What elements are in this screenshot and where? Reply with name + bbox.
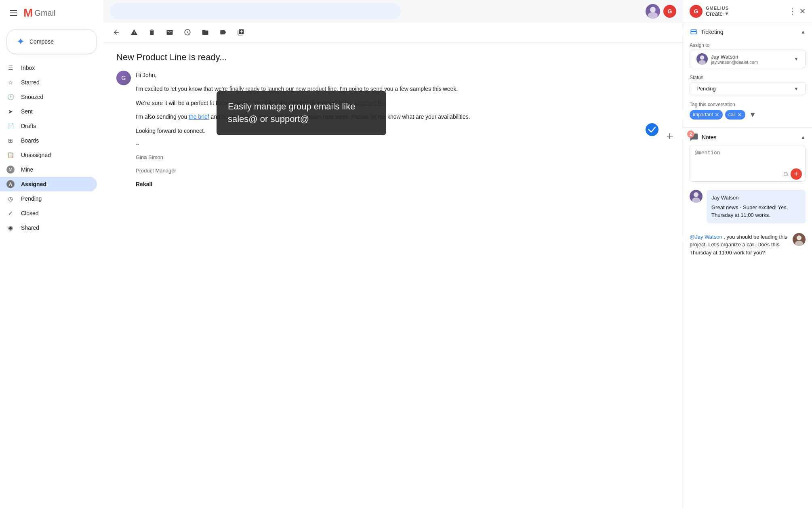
chevron-down-icon: ▼ (724, 11, 729, 17)
tag-call[interactable]: call ✕ (725, 110, 745, 120)
send-icon: ➤ (6, 107, 15, 115)
note-input[interactable] (690, 145, 805, 166)
sidebar-item-label: Assigned (21, 181, 90, 187)
sidebar-item-label: Closed (21, 210, 90, 216)
sidebar-item-assigned[interactable]: A Assigned (0, 177, 97, 191)
compose-button[interactable]: ✦ Compose (6, 29, 97, 54)
note-reply-text: @Jay Watson , you should be leading this… (690, 233, 789, 257)
gmelius-brand-text: GMELIUS (706, 6, 729, 10)
mark-read-button[interactable] (163, 26, 176, 39)
assignee-dropdown-arrow: ▼ (794, 56, 799, 62)
sidebar-item-boards[interactable]: ⊞ Boards (0, 133, 97, 148)
main-content: G New Product Line is ready... (103, 0, 683, 508)
svg-point-7 (797, 235, 801, 240)
sidebar-item-drafts[interactable]: 📄 Drafts (0, 119, 97, 133)
svg-point-3 (700, 55, 705, 60)
gmelius-brand-area: G GMELIUS Create ▼ (690, 5, 729, 18)
shared-icon: ◉ (6, 224, 15, 232)
sidebar-item-shared[interactable]: ◉ Shared (0, 220, 97, 235)
add-content-button[interactable] (665, 131, 675, 142)
sidebar-item-label: Starred (21, 79, 90, 86)
closed-icon: ✓ (6, 209, 15, 217)
sidebar-item-sent[interactable]: ➤ Sent (0, 104, 97, 119)
compose-plus-icon: ✦ (17, 36, 25, 47)
ticketing-section-header: Ticketing ▲ (683, 23, 812, 39)
search-bar[interactable] (110, 3, 401, 19)
email-greeting: Hi John, (136, 71, 470, 80)
close-sidebar-icon[interactable]: ✕ (799, 7, 806, 16)
gmail-text: Gmail (34, 8, 55, 18)
svg-point-8 (795, 241, 803, 246)
svg-point-4 (698, 60, 706, 65)
tag-important[interactable]: important ✕ (690, 110, 723, 120)
gmelius-header: G GMELIUS Create ▼ ⋮ ✕ (683, 0, 812, 23)
note-reply-area: @Jay Watson , you should be leading this… (683, 230, 812, 260)
sidebar-item-unassigned[interactable]: 📋 Unassigned (0, 148, 97, 162)
email-sender-name: Gina Simon (136, 153, 470, 162)
label-button[interactable] (217, 26, 229, 39)
notes-section: 2 Notes ▲ ☺ + Jay Watson Great news - Su… (683, 128, 812, 508)
note-input-footer: ☺ + (690, 167, 805, 181)
status-label: Status (683, 71, 812, 82)
sidebar-item-closed[interactable]: ✓ Closed (0, 206, 97, 220)
checkmark-badge (646, 123, 658, 137)
compose-label: Compose (29, 38, 54, 45)
sidebar-item-mine[interactable]: M Mine (0, 162, 97, 177)
gmelius-sidebar: G GMELIUS Create ▼ ⋮ ✕ Ticketing ▲ (683, 0, 812, 508)
email-sign-off: -- (136, 140, 470, 149)
remove-call-tag-button[interactable]: ✕ (737, 111, 742, 118)
sidebar-item-starred[interactable]: ☆ Starred (0, 75, 97, 90)
emoji-button[interactable]: ☺ (783, 170, 789, 178)
more-options-icon[interactable]: ⋮ (789, 7, 796, 16)
search-input[interactable] (116, 8, 394, 15)
ticketing-collapse-icon[interactable]: ▲ (801, 29, 806, 35)
delete-button[interactable] (145, 26, 158, 39)
top-bar: G (103, 0, 683, 23)
sender-avatar: G (116, 71, 131, 85)
assign-to-dropdown[interactable]: Jay Watson jay.watson@dealet.com ▼ (690, 50, 806, 68)
snooze-button[interactable] (181, 26, 194, 39)
status-dropdown[interactable]: Pending ▼ (690, 82, 806, 95)
ticketing-section: Ticketing ▲ Assign to Jay Watson jay.wat… (683, 23, 812, 128)
more-button[interactable] (234, 26, 247, 39)
sidebar-item-inbox[interactable]: ☰ Inbox (0, 61, 97, 75)
star-icon: ☆ (6, 78, 15, 86)
gmelius-create-button[interactable]: Create ▼ (706, 10, 729, 17)
email-subject: New Product Line is ready... (116, 52, 670, 63)
svg-point-6 (692, 197, 700, 203)
remove-important-tag-button[interactable]: ✕ (715, 111, 719, 118)
add-note-button[interactable]: + (791, 168, 802, 180)
pending-icon: ◷ (6, 195, 15, 203)
report-button[interactable] (128, 26, 141, 39)
assign-to-label: Assign to (683, 39, 812, 50)
notes-collapse-icon[interactable]: ▲ (801, 134, 806, 140)
mine-icon: M (6, 166, 15, 174)
email-sender-row: G Hi John, I'm excited to let you know t… (116, 71, 670, 194)
back-button[interactable] (110, 26, 123, 39)
assignee-avatar (696, 53, 708, 65)
email-sender-company: Rekall (136, 180, 470, 189)
move-button[interactable] (199, 26, 212, 39)
svg-point-1 (648, 12, 658, 19)
sidebar-item-label: Sent (21, 108, 90, 115)
notes-title: 2 Notes (690, 133, 717, 142)
note-bubble-jay: Jay Watson Great news - Super excited! Y… (707, 190, 806, 223)
brief-link[interactable]: the brief (189, 113, 209, 120)
sidebar-item-snoozed[interactable]: 🕐 Snoozed (0, 90, 97, 104)
unassigned-icon: 📋 (6, 151, 15, 159)
tag-label: Tag this conversation (690, 102, 806, 107)
note-text: Great news - Super excited! Yes, Thursda… (711, 204, 788, 218)
gmelius-trigger-button[interactable]: G (663, 5, 676, 18)
reply-mention: @Jay Watson (690, 234, 722, 240)
top-right-actions: G (646, 4, 676, 19)
sidebar-item-pending[interactable]: ◷ Pending (0, 191, 97, 206)
sidebar-item-label: Mine (21, 166, 90, 173)
email-sender-title: Product Manager (136, 167, 470, 175)
sidebar-item-label: Inbox (21, 65, 90, 71)
add-tag-button[interactable]: ▼ (748, 110, 757, 120)
tag-section: Tag this conversation important ✕ call ✕… (683, 99, 812, 123)
note-input-area: ☺ + (690, 145, 806, 182)
status-value: Pending (696, 86, 791, 92)
hamburger-menu[interactable] (6, 7, 20, 19)
user-avatar[interactable] (646, 4, 660, 19)
